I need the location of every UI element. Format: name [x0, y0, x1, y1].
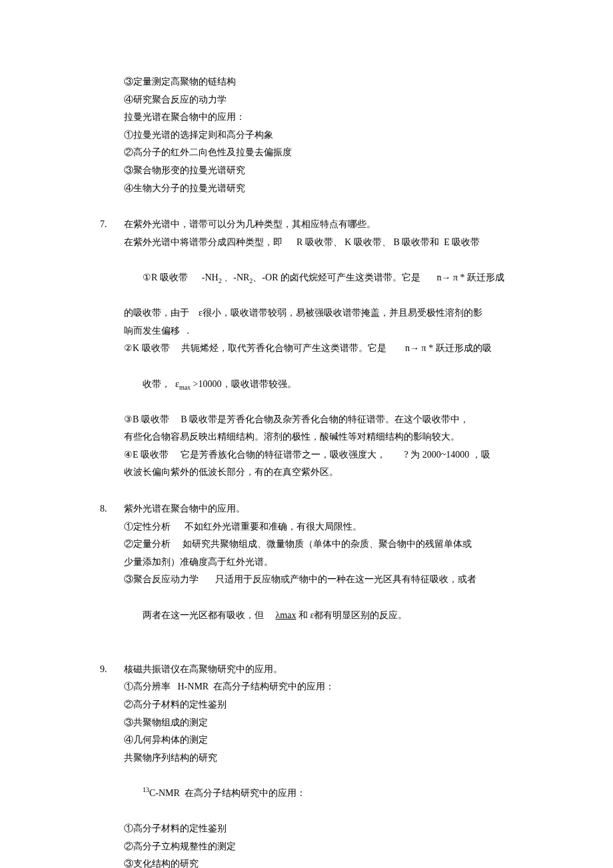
text: 两者在这一光区都有吸收，但 — [143, 610, 276, 620]
q7-title: 在紫外光谱中，谱带可以分为几种类型，其相应特点有哪些。 — [124, 216, 513, 234]
q8-line: ③聚合反应动力学 只适用于反应物或产物中的一种在这一光区具有特征吸收，或者 — [124, 571, 513, 589]
text: ①R 吸收带 -NH — [143, 272, 219, 282]
q9-title: 核磁共振谱仪在高聚物研究中的应用。 — [124, 661, 513, 679]
q9-line: ①高分子材料的定性鉴别 — [124, 820, 513, 838]
q8-line: ②定量分析 如研究共聚物组成、微量物质（单体中的杂质、聚合物中的残留单体或 — [124, 536, 513, 554]
q9-line: 共聚物序列结构的研究 — [124, 749, 513, 767]
q8-line: 两者在这一光区都有吸收，但 λmax 和 ε都有明显区别的反应。 — [124, 589, 513, 642]
q9-line: ②高分子立构规整性的测定 — [124, 838, 513, 856]
q7-line: ②K 吸收带 共轭烯烃，取代芳香化合物可产生这类谱带。它是 n→ π * 跃迁形… — [124, 340, 513, 358]
document-page: ③定量测定高聚物的链结构 ④研究聚合反应的动力学 拉曼光谱在聚合物中的应用： ①… — [0, 0, 613, 868]
question-8: 8. 紫外光谱在聚合物中的应用。 ①定性分析 不如红外光谱重要和准确，有很大局限… — [100, 500, 513, 642]
q9-line: ③支化结构的研究 — [124, 855, 513, 868]
intro-line: ③定量测定高聚物的链结构 — [124, 73, 513, 91]
q7-line: 收带， εmax >10000，吸收谱带较强。 — [124, 358, 513, 411]
q8-line: 少量添加剂）准确度高于红外光谱。 — [124, 554, 513, 572]
q8-body: 紫外光谱在聚合物中的应用。 ①定性分析 不如红外光谱重要和准确，有很大局限性。 … — [124, 500, 513, 642]
q9-line: 13C-NMR 在高分子结构研究中的应用： — [124, 767, 513, 820]
q9-line: ②高分子材料的定性鉴别 — [124, 696, 513, 714]
underlined-text: λmax — [276, 610, 297, 620]
intro-line: 拉曼光谱在聚合物中的应用： — [124, 109, 513, 127]
text: >10000，吸收谱带较强。 — [191, 379, 296, 389]
q9-body: 核磁共振谱仪在高聚物研究中的应用。 ①高分辨率 H-NMR 在高分子结构研究中的… — [124, 661, 513, 868]
q8-title: 紫外光谱在聚合物中的应用。 — [124, 500, 513, 518]
intro-line: ④生物大分子的拉曼光谱研究 — [124, 180, 513, 198]
intro-line: ②高分子的红外二向色性及拉曼去偏振度 — [124, 144, 513, 162]
text: 、-NR — [222, 272, 250, 282]
subscript: max — [179, 383, 191, 390]
question-9: 9. 核磁共振谱仪在高聚物研究中的应用。 ①高分辨率 H-NMR 在高分子结构研… — [100, 661, 513, 868]
q7-line: ①R 吸收带 -NH2 、-NR2、-OR 的卤代烷烃可产生这类谱带。它是 n→… — [124, 251, 513, 304]
intro-num — [100, 73, 124, 197]
q9-line: ④几何异构体的测定 — [124, 731, 513, 749]
intro-line: ①拉曼光谱的选择定则和高分子构象 — [124, 127, 513, 145]
intro-line: ③聚合物形变的拉曼光谱研究 — [124, 162, 513, 180]
q7-line: ④E 吸收带 它是芳香族化合物的特征谱带之一，吸收强度大， ? 为 2000~1… — [124, 446, 513, 464]
q9-line: ③共聚物组成的测定 — [124, 714, 513, 732]
question-7: 7. 在紫外光谱中，谱带可以分为几种类型，其相应特点有哪些。 在紫外光谱中将谱带… — [100, 216, 513, 482]
q9-number: 9. — [100, 661, 124, 868]
q7-line: 响而发生偏移 . — [124, 322, 513, 340]
q8-line: ①定性分析 不如红外光谱重要和准确，有很大局限性。 — [124, 518, 513, 536]
intro-block: ③定量测定高聚物的链结构 ④研究聚合反应的动力学 拉曼光谱在聚合物中的应用： ①… — [100, 73, 513, 197]
q7-body: 在紫外光谱中，谱带可以分为几种类型，其相应特点有哪些。 在紫外光谱中将谱带分成四… — [124, 216, 513, 482]
q7-line: 的吸收带，由于 ε很小，吸收谱带较弱，易被强吸收谱带掩盖，并且易受极性溶剂的影 — [124, 304, 513, 322]
q8-number: 8. — [100, 500, 124, 642]
q9-line: ①高分辨率 H-NMR 在高分子结构研究中的应用： — [124, 678, 513, 696]
q7-line: 收波长偏向紫外的低波长部分，有的在真空紫外区。 — [124, 464, 513, 482]
q7-line: ③B 吸收带 B 吸收带是芳香化合物及杂芳香化合物的特征谱带。在这个吸收带中， — [124, 411, 513, 429]
intro-body: ③定量测定高聚物的链结构 ④研究聚合反应的动力学 拉曼光谱在聚合物中的应用： ①… — [124, 73, 513, 197]
q7-line: 有些化合物容易反映出精细结构。溶剂的极性，酸碱性等对精细结构的影响较大。 — [124, 428, 513, 446]
intro-line: ④研究聚合反应的动力学 — [124, 91, 513, 109]
superscript: 13 — [143, 786, 149, 793]
text: 收带， ε — [143, 379, 179, 389]
text: C-NMR 在高分子结构研究中的应用： — [149, 788, 306, 798]
q7-line: 在紫外光谱中将谱带分成四种类型，即 R 吸收带、 K 吸收带、 B 吸收带和 E… — [124, 234, 513, 252]
text: 、-OR 的卤代烷烃可产生这类谱带。它是 n→ π * 跃迁形成 — [253, 272, 504, 282]
text: 和 ε都有明显区别的反应。 — [296, 610, 407, 620]
q7-number: 7. — [100, 216, 124, 482]
